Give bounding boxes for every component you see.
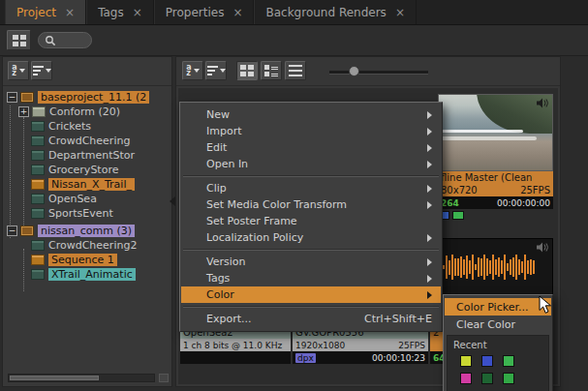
tree-item-grocerystore[interactable]: GroceryStore [5,163,170,177]
clip-icon [31,135,45,146]
menu-item-version[interactable]: Version [181,254,441,270]
color-swatch[interactable] [460,355,472,367]
bin-icon [20,92,34,103]
menu-item-label: Clear Color [456,318,515,331]
menu-item-color-picker[interactable]: Color Picker... [445,298,551,316]
tree-item-sequence-1[interactable]: Sequence 1 [5,253,170,267]
menu-item-label: Open In [206,158,248,170]
tree-item-crowdcheering2[interactable]: CrowdCheering2 [5,238,170,253]
tab-label: Project [16,6,56,19]
sort-bars-icon [207,66,218,75]
panel-collapse-arrow-icon[interactable] [170,196,175,206]
submenu-arrow-icon [427,144,432,152]
expander-icon[interactable]: − [7,92,17,103]
clip-icon [31,165,45,175]
color-swatch[interactable] [503,355,514,367]
expander-icon[interactable]: − [7,226,17,236]
tree-item-nissan-x-trail[interactable]: Nissan_X_Trail_ [5,177,170,192]
menu-item-localization-policy[interactable]: Localization Policy [181,229,441,246]
sort-order-button[interactable] [31,61,52,80]
color-submenu: Color Picker... Clear Color Recent [443,294,553,391]
close-icon[interactable]: × [65,7,75,18]
codec-badge: 64 [433,353,443,363]
sort-alphabetical-button[interactable]: az [8,61,29,80]
tab-project[interactable]: Project × [5,0,86,24]
menu-item-export[interactable]: Export... Ctrl+Shift+E [181,311,441,327]
menu-item-clear-color[interactable]: Clear Color [445,316,551,333]
menu-item-tags[interactable]: Tags [181,270,441,286]
clip-codec-row: 264 00:00:00:00 [438,196,553,209]
clip-card-audio[interactable] [438,238,553,296]
recent-label: Recent [453,340,544,350]
tree-item-departmentstore[interactable]: DepartmentStor [5,148,170,163]
close-icon[interactable]: × [133,7,142,18]
color-swatch[interactable] [460,373,472,384]
menu-item-color[interactable]: Color [181,286,441,303]
menu-item-open-in[interactable]: Open In [181,156,441,172]
tree-item-nissan-comm[interactable]: − nissan_comm (3) [5,224,170,238]
view-detail-button[interactable] [261,61,282,80]
color-swatch[interactable] [481,355,493,367]
expander-icon[interactable]: + [18,106,29,117]
tab-properties[interactable]: Properties × [154,0,255,24]
tree-item-conform[interactable]: + Conform (20) [5,105,170,119]
tree-item-xtrail-animatic[interactable]: XTrail_Animatic [5,267,170,282]
clip-thumbnail[interactable] [438,94,553,171]
tree-item-label: nissan_comm (3) [38,225,135,237]
tag-chips [438,211,553,220]
slider-thumb[interactable] [349,66,359,76]
tab-tags[interactable]: Tags × [86,0,154,24]
tag-chip-green[interactable] [452,211,464,220]
close-icon[interactable]: × [395,7,405,18]
tree-item-opensea[interactable]: OpenSea [5,192,170,206]
view-list-button[interactable] [285,61,306,80]
color-swatch[interactable] [481,373,493,384]
tree-item-crowdcheering[interactable]: CrowdCheering [5,134,170,148]
horizontal-scrollbar[interactable] [8,374,155,382]
bin-icon [20,226,34,236]
tree-item-baseproject[interactable]: − baseproject_11.1 (2 [5,90,170,105]
tree-item-label: baseproject_11.1 (2 [38,91,149,104]
tree-item-label: DepartmentStor [48,149,135,162]
search-icon [45,35,56,46]
menu-item-label: Color [206,288,234,301]
menu-item-label: New [206,108,230,121]
speaker-icon [536,242,549,253]
clip-card-offline-master[interactable]: fline Master (Clean 80x720 25FPS 264 00:… [438,94,553,220]
menu-item-set-media-color-transform[interactable]: Set Media Color Transform [181,196,441,213]
tree-item-crickets[interactable]: Crickets [5,119,170,134]
clip-icon [31,194,45,204]
menu-item-new[interactable]: New [181,106,441,123]
layout-grid-button[interactable] [7,30,31,50]
scrollbar-thumb[interactable] [10,376,99,380]
clip-icon [31,121,45,132]
tree-item-sportsevent[interactable]: SportsEvent [5,206,170,221]
menu-separator [183,175,439,177]
menu-item-label: Edit [206,141,227,154]
color-swatch[interactable] [503,373,514,384]
clip-icon [31,208,45,219]
tree-item-label: CrowdCheering2 [48,239,137,252]
timecode: 00:00:10:23 [372,353,425,363]
thumbnail-size-slider[interactable] [329,71,428,75]
close-icon[interactable]: × [232,7,242,18]
submenu-arrow-icon [427,185,432,193]
sort-alpha-icon: az [186,65,191,76]
clip-resolution-row [430,339,443,351]
tree-item-label: CrowdCheering [48,135,130,147]
menu-item-label: Tags [206,272,230,285]
menu-item-import[interactable]: Import [181,123,441,139]
tree-item-label: GroceryStore [48,164,118,176]
context-menu: New Import Edit Open In Clip Set Media C… [179,102,443,332]
codec-badge: 264 [441,198,459,208]
tab-background-renders[interactable]: Background Renders × [254,0,416,24]
menu-item-set-poster-frame[interactable]: Set Poster Frame [181,213,441,229]
search-input[interactable] [38,32,92,48]
menu-item-clip[interactable]: Clip [181,180,441,196]
menu-item-edit[interactable]: Edit [181,139,441,156]
audio-waveform [443,239,535,295]
menu-item-label: Clip [206,182,227,195]
sort-alphabetical-button[interactable]: az [182,61,203,80]
view-thumbnail-button[interactable] [236,61,258,80]
sort-order-button[interactable] [205,61,227,80]
